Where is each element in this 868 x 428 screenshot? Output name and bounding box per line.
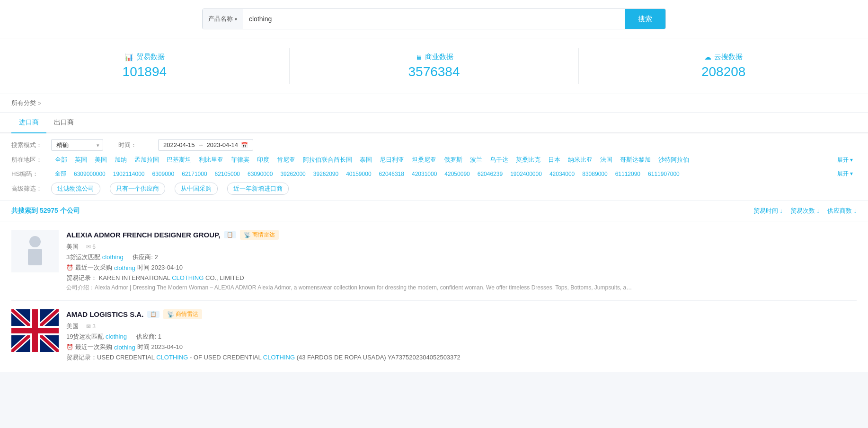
hs-tags-container: 全部 6309000000 1902114000 6309000 6217100… — [51, 169, 828, 179]
adv-tag-new-importer[interactable]: 近一年新增进口商 — [227, 183, 289, 195]
trade-record: 贸易记录： KAREN INTERNATIONAL CLOTHING CO., … — [66, 274, 857, 282]
tab-exporter[interactable]: 出口商 — [46, 113, 81, 133]
hs-tag-4[interactable]: 62171000 — [178, 170, 211, 178]
region-tag-saudi[interactable]: 沙特阿拉伯 — [655, 155, 693, 165]
clock-icon-2: ⏰ — [66, 344, 73, 350]
filter-row-hs: HS编码： 全部 6309000000 1902114000 6309000 6… — [11, 169, 857, 179]
business-data-title: 🖥 商业数据 — [299, 52, 569, 61]
shipment-text-prefix: 3货运次匹配 — [66, 253, 100, 261]
business-data-icon: 🖥 — [415, 53, 422, 61]
hs-tag-1[interactable]: 6309000000 — [70, 170, 109, 178]
business-data-stat[interactable]: 🖥 商业数据 3576384 — [289, 48, 579, 84]
region-tag-france[interactable]: 法国 — [596, 155, 616, 165]
trade-record-suffix-3: (43 FARDOS DE ROPA USADA) YA737520230405… — [297, 354, 461, 361]
clock-icon: ⏰ — [66, 264, 73, 271]
region-tag-bangladesh[interactable]: 孟加拉国 — [131, 155, 163, 165]
trade-data-number: 101894 — [9, 64, 280, 79]
sort-count-label: 贸易次数 ↓ — [790, 207, 820, 215]
recent-text: 最近一次采购 — [75, 263, 112, 272]
cloud-data-icon: ☁ — [704, 53, 711, 61]
hs-tag-10[interactable]: 62046318 — [375, 170, 408, 178]
hs-tag-5[interactable]: 62105000 — [211, 170, 244, 178]
search-type-select[interactable]: 产品名称 ▾ — [203, 9, 243, 29]
region-expand-button[interactable]: 展开 ▾ — [833, 155, 857, 165]
date-range-picker[interactable]: 2022-04-15 → 2023-04-14 📅 — [158, 139, 253, 151]
hs-tag-13[interactable]: 62046239 — [474, 170, 506, 178]
region-tag-ghana[interactable]: 加纳 — [111, 155, 131, 165]
categories-bar: 所有分类 > — [0, 94, 868, 113]
mode-label: 搜索模式： — [11, 141, 45, 149]
filter-row-mode: 搜索模式： 精确 模糊 时间： 2022-04-15 → 2023-04-14 … — [11, 139, 857, 151]
region-tag-costarica[interactable]: 哥斯达黎加 — [616, 155, 655, 165]
date-to: 2023-04-14 — [207, 141, 239, 148]
sort-by-supplier-count[interactable]: 供应商数 ↓ — [827, 207, 857, 215]
adv-tag-china[interactable]: 从中国采购 — [175, 183, 218, 195]
hs-tag-14[interactable]: 1902400000 — [506, 170, 546, 178]
hs-tag-12[interactable]: 42050090 — [441, 170, 473, 178]
region-tag-uae[interactable]: 阿拉伯联合酋长国 — [299, 155, 356, 165]
all-categories-link[interactable]: 所有分类 — [11, 99, 36, 107]
company-name[interactable]: ALEXIA ADMOR FRENCH DESIGNER GROUP, — [66, 231, 220, 239]
hs-tag-3[interactable]: 6309000 — [149, 170, 178, 178]
trade-record-label: 贸易记录： — [66, 274, 97, 281]
region-tag-thailand[interactable]: 泰国 — [356, 155, 376, 165]
trade-data-stat[interactable]: 📊 贸易数据 101894 — [0, 48, 289, 84]
region-tag-uganda[interactable]: 乌干达 — [486, 155, 512, 165]
region-tags-container: 全部 英国 美国 加纳 孟加拉国 巴基斯坦 利比里亚 菲律宾 印度 肯尼亚 阿拉… — [51, 155, 828, 165]
adv-tag-logistics[interactable]: 过滤物流公司 — [51, 183, 100, 195]
region-tag-kenya[interactable]: 肯尼亚 — [273, 155, 299, 165]
hs-tag-16[interactable]: 83089000 — [578, 170, 611, 178]
svg-rect-10 — [11, 328, 59, 333]
region-tag-india[interactable]: 印度 — [253, 155, 273, 165]
trade-record-keyword-3: CLOTHING — [263, 354, 295, 361]
hs-tag-18[interactable]: 6111907000 — [644, 170, 683, 178]
advanced-filter-label: 高级筛选： — [11, 184, 45, 193]
hs-tag-17[interactable]: 61112090 — [611, 170, 644, 178]
region-tag-mozambique[interactable]: 莫桑比克 — [512, 155, 544, 165]
region-tag-pakistan[interactable]: 巴基斯坦 — [163, 155, 195, 165]
region-tag-usa[interactable]: 美国 — [91, 155, 111, 165]
filter-row-advanced: 高级筛选： 过滤物流公司 只有一个供应商 从中国采购 近一年新增进口商 — [11, 183, 857, 195]
region-tag-all[interactable]: 全部 — [51, 155, 71, 165]
country-label-2: 美国 — [66, 322, 79, 331]
search-wrapper: 产品名称 ▾ 搜索 — [202, 9, 666, 29]
cloud-data-stat[interactable]: ☁ 云搜数据 208208 — [578, 48, 868, 84]
region-tag-tanzania[interactable]: 坦桑尼亚 — [408, 155, 440, 165]
antenna-icon: 📡 — [244, 232, 251, 238]
search-input[interactable] — [243, 9, 625, 29]
region-tag-russia[interactable]: 俄罗斯 — [440, 155, 466, 165]
region-tag-philippines[interactable]: 菲律宾 — [227, 155, 253, 165]
hs-expand-button[interactable]: 展开 ▾ — [833, 169, 857, 179]
shipment-text-prefix-2: 19货运次匹配 — [66, 333, 104, 340]
trade-record-suffix-2: - OF USED CREDENTIAL — [190, 354, 263, 361]
region-tag-uk[interactable]: 英国 — [71, 155, 91, 165]
region-tag-nigeria[interactable]: 尼日利亚 — [376, 155, 408, 165]
tab-importer[interactable]: 进口商 — [11, 113, 46, 133]
region-tag-liberia[interactable]: 利比里亚 — [195, 155, 227, 165]
company-name-2[interactable]: AMAD LOGISTICS S.A. — [66, 310, 143, 318]
recent-date: 时间 2023-04-10 — [137, 263, 183, 272]
region-tag-namibia[interactable]: 纳米比亚 — [564, 155, 596, 165]
hs-tag-9[interactable]: 40159000 — [342, 170, 375, 178]
hs-tag-6[interactable]: 63090000 — [244, 170, 276, 178]
results-total-label: 共搜索到 — [11, 207, 38, 214]
person-icon — [23, 235, 47, 268]
sort-by-trade-time[interactable]: 贸易时间 ↓ — [753, 207, 783, 215]
hs-tag-15[interactable]: 42034000 — [546, 170, 578, 178]
sort-supplier-label: 供应商数 ↓ — [827, 207, 857, 215]
hs-tag-all[interactable]: 全部 — [51, 169, 70, 179]
mode-select[interactable]: 精确 模糊 — [51, 139, 103, 151]
sort-by-trade-count[interactable]: 贸易次数 ↓ — [790, 207, 820, 215]
adv-tag-one-supplier[interactable]: 只有一个供应商 — [110, 183, 165, 195]
region-tag-poland[interactable]: 波兰 — [466, 155, 486, 165]
region-tag-japan[interactable]: 日本 — [544, 155, 564, 165]
hs-tag-2[interactable]: 1902114000 — [109, 170, 149, 178]
svg-point-0 — [29, 236, 41, 247]
search-button[interactable]: 搜索 — [625, 9, 665, 29]
hs-tag-7[interactable]: 39262000 — [276, 170, 309, 178]
chevron-down-icon: ▾ — [235, 17, 237, 22]
hs-tag-8[interactable]: 39262090 — [310, 170, 342, 178]
company-description: 公司介绍：Alexia Admor | Dressing The Modern … — [66, 284, 634, 292]
hs-tag-11[interactable]: 42031000 — [408, 170, 441, 178]
shipment-keyword: clothing — [102, 253, 124, 261]
